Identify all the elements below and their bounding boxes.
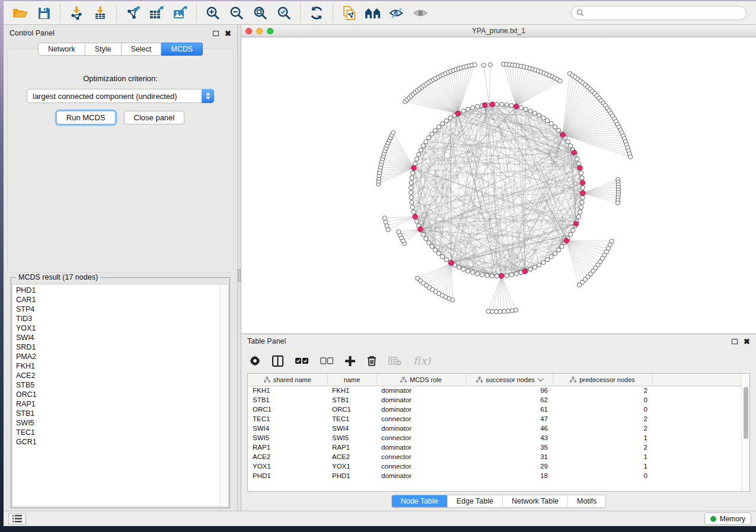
export-image-button[interactable] <box>168 3 192 23</box>
mcds-graph-node[interactable] <box>449 261 454 265</box>
graph-node[interactable] <box>578 210 582 214</box>
mcds-result-item[interactable]: RAP1 <box>16 399 219 409</box>
graph-node[interactable] <box>490 274 494 278</box>
graph-node[interactable] <box>414 219 419 223</box>
graph-node[interactable] <box>488 63 492 67</box>
graph-node[interactable] <box>427 241 431 245</box>
mcds-graph-node[interactable] <box>560 133 565 137</box>
graph-node[interactable] <box>495 102 499 106</box>
graph-node[interactable] <box>410 176 414 180</box>
tab-motifs[interactable]: Motifs <box>567 495 605 507</box>
select-all-rows-button[interactable] <box>295 357 308 364</box>
mcds-result-item[interactable]: ORC1 <box>16 390 219 399</box>
graph-node[interactable] <box>409 185 413 190</box>
show-all-button[interactable] <box>409 3 432 23</box>
export-table-button[interactable] <box>145 3 168 23</box>
graph-node[interactable] <box>391 130 395 134</box>
graph-node[interactable] <box>498 309 502 313</box>
graph-node[interactable] <box>513 308 518 312</box>
zoom-out-button[interactable] <box>225 3 248 23</box>
mcds-result-item[interactable]: CAR1 <box>16 295 219 305</box>
export-network-button[interactable] <box>121 3 145 23</box>
mcds-result-item[interactable]: FKH1 <box>16 361 219 371</box>
graph-node[interactable] <box>556 128 560 132</box>
float-table-panel-icon[interactable] <box>732 339 738 344</box>
graph-node[interactable] <box>436 251 441 255</box>
graph-node[interactable] <box>510 309 514 313</box>
delete-column-button[interactable] <box>367 355 377 366</box>
graph-node[interactable] <box>546 258 550 262</box>
zoom-fit-button[interactable] <box>248 3 272 23</box>
mcds-graph-node[interactable] <box>455 111 460 116</box>
graph-node[interactable] <box>485 273 489 277</box>
graph-node[interactable] <box>382 216 387 220</box>
graph-node[interactable] <box>473 63 477 67</box>
graph-node[interactable] <box>580 196 585 200</box>
graph-node[interactable] <box>444 118 448 123</box>
graph-node[interactable] <box>433 248 437 252</box>
create-column-button[interactable] <box>345 356 355 366</box>
graph-node[interactable] <box>506 309 510 313</box>
mcds-graph-node[interactable] <box>580 180 585 185</box>
import-network-button[interactable] <box>65 3 88 23</box>
graph-node[interactable] <box>569 144 573 148</box>
task-history-button[interactable] <box>8 513 26 525</box>
tab-network-table[interactable]: Network Table <box>502 495 567 507</box>
graph-node[interactable] <box>553 251 557 255</box>
graph-node[interactable] <box>549 121 553 126</box>
graph-node[interactable] <box>528 109 532 113</box>
graph-node[interactable] <box>436 125 441 129</box>
graph-node[interactable] <box>576 162 580 166</box>
graph-node[interactable] <box>577 283 581 287</box>
graph-node[interactable] <box>569 232 573 236</box>
mcds-result-item[interactable]: SRD1 <box>16 342 219 352</box>
graph-node[interactable] <box>579 205 583 209</box>
graph-node[interactable] <box>494 309 498 313</box>
graph-node[interactable] <box>409 191 413 195</box>
graph-node[interactable] <box>466 107 470 111</box>
tab-style[interactable]: Style <box>85 43 122 56</box>
graph-node[interactable] <box>433 128 437 132</box>
graph-node[interactable] <box>409 196 413 200</box>
graph-node[interactable] <box>444 258 448 262</box>
mcds-graph-node[interactable] <box>418 227 423 232</box>
table-row[interactable]: STB1STB1dominator620 <box>248 395 741 405</box>
show-columns-button[interactable] <box>272 355 283 367</box>
graph-node[interactable] <box>495 274 499 278</box>
table-row[interactable]: SWI5SWI5connector431 <box>248 433 741 443</box>
graph-node[interactable] <box>580 200 584 204</box>
graph-node[interactable] <box>537 263 541 267</box>
import-table-button[interactable] <box>88 3 112 23</box>
graph-node[interactable] <box>416 276 420 280</box>
tab-select[interactable]: Select <box>122 43 162 56</box>
zoom-selected-button[interactable] <box>272 3 296 23</box>
mcds-result-item[interactable]: TEC1 <box>16 428 219 437</box>
graph-node[interactable] <box>421 144 425 148</box>
column-header-mcds-role[interactable]: MCDS role <box>377 374 465 386</box>
graph-node[interactable] <box>424 236 428 241</box>
close-panel-button[interactable]: Close panel <box>124 111 185 124</box>
graph-node[interactable] <box>424 140 428 144</box>
mcds-graph-node[interactable] <box>490 102 495 107</box>
search-input[interactable] <box>588 9 741 17</box>
graph-node[interactable] <box>505 102 509 107</box>
float-panel-icon[interactable] <box>213 31 219 36</box>
save-session-button[interactable] <box>32 3 56 23</box>
graph-node[interactable] <box>457 265 461 270</box>
function-builder-button[interactable]: f(x) <box>413 355 430 367</box>
graph-node[interactable] <box>476 272 480 276</box>
table-row[interactable]: ACE2ACE2connector311 <box>248 452 741 462</box>
graph-node[interactable] <box>558 79 562 83</box>
graph-node[interactable] <box>486 309 490 313</box>
table-row[interactable]: YOX1YOX1connector291 <box>248 462 741 471</box>
search-box[interactable] <box>571 6 747 20</box>
graph-node[interactable] <box>509 104 513 108</box>
mcds-result-item[interactable]: SWI5 <box>16 418 219 428</box>
mcds-result-item[interactable]: PMA2 <box>16 352 219 361</box>
mcds-list-scrollbar[interactable] <box>219 284 228 507</box>
graph-node[interactable] <box>541 116 546 120</box>
graph-node[interactable] <box>419 148 423 152</box>
network-canvas[interactable] <box>241 37 756 334</box>
close-table-panel-icon[interactable]: ✖ <box>744 338 750 345</box>
tab-node-table[interactable]: Node Table <box>392 495 447 507</box>
